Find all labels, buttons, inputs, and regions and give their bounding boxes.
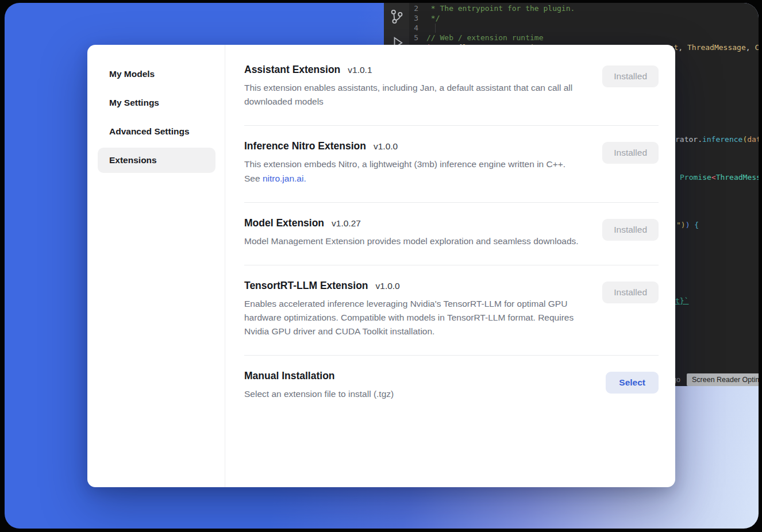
code-line: 5 // Web / extension runtime bbox=[384, 33, 759, 43]
installed-button: Installed bbox=[602, 142, 659, 164]
sidebar-item-label: Advanced Settings bbox=[109, 126, 190, 137]
indent-guide bbox=[435, 24, 436, 33]
sidebar-item-label: My Models bbox=[109, 69, 155, 79]
sidebar-item-my-settings[interactable]: My Settings bbox=[98, 90, 215, 115]
extension-row-model: Model Extension v1.0.27 Model Management… bbox=[244, 203, 659, 265]
screen-reader-optimize-tab[interactable]: Screen Reader Optimize bbox=[687, 373, 759, 386]
extension-row-inference-nitro: Inference Nitro Extension v1.0.0 This ex… bbox=[244, 126, 659, 202]
sidebar-item-extensions[interactable]: Extensions bbox=[98, 148, 215, 173]
code-line: 3 */ bbox=[384, 13, 759, 23]
installed-button: Installed bbox=[602, 282, 659, 303]
extension-name: Manual Installation bbox=[244, 370, 335, 382]
code-fragment: rator.inference(data)); bbox=[675, 134, 759, 144]
sidebar-item-label: My Settings bbox=[109, 98, 159, 108]
extension-version: v1.0.1 bbox=[348, 65, 372, 75]
extension-description: Model Management Extension provides mode… bbox=[244, 234, 579, 248]
app-window: 2 * The entrypoint for the plugin. 3 */ … bbox=[5, 3, 759, 529]
select-button[interactable]: Select bbox=[606, 372, 659, 394]
settings-sidebar: My Models My Settings Advanced Settings … bbox=[87, 45, 225, 487]
installed-button: Installed bbox=[602, 65, 659, 87]
extension-row-tensorrt-llm: TensortRT-LLM Extension v1.0.0 Enables a… bbox=[244, 265, 659, 356]
code-line: 2 * The entrypoint for the plugin. bbox=[384, 3, 759, 13]
nitro-jan-ai-link[interactable]: nitro.jan.ai. bbox=[263, 174, 306, 183]
line-number: 4 bbox=[384, 23, 426, 33]
extension-name: Model Extension bbox=[244, 217, 324, 229]
sidebar-item-my-models[interactable]: My Models bbox=[98, 61, 215, 87]
sidebar-item-advanced-settings[interactable]: Advanced Settings bbox=[98, 119, 215, 144]
extension-version: v1.0.27 bbox=[332, 218, 361, 229]
extensions-list: Assistant Extension v1.0.1 This extensio… bbox=[225, 45, 675, 487]
line-number: 2 bbox=[384, 3, 426, 13]
code-fragment: Promise<ThreadMessage> bbox=[680, 172, 759, 182]
extension-name: TensortRT-LLM Extension bbox=[244, 280, 368, 292]
extension-name: Inference Nitro Extension bbox=[244, 140, 366, 152]
extension-version: v1.0.0 bbox=[374, 141, 398, 152]
code-fragment: t}` bbox=[675, 296, 688, 306]
extension-description: Enables accelerated inference leveraging… bbox=[244, 297, 580, 339]
sidebar-item-label: Extensions bbox=[109, 155, 157, 165]
code-line: 4 bbox=[384, 23, 759, 33]
code-fragment: ")) { bbox=[676, 220, 699, 230]
extension-row-manual-installation: Manual Installation Select an extension … bbox=[244, 356, 659, 418]
extension-name: Assistant Extension bbox=[244, 64, 340, 76]
extension-row-assistant: Assistant Extension v1.0.1 This extensio… bbox=[244, 49, 659, 126]
extension-description: This extension embeds Nitro, a lightweig… bbox=[244, 157, 580, 185]
line-number: 3 bbox=[384, 13, 426, 23]
line-number: 5 bbox=[384, 33, 426, 43]
installed-button: Installed bbox=[602, 219, 659, 241]
extension-description: This extension enables assistants, inclu… bbox=[244, 81, 580, 109]
extension-version: v1.0.0 bbox=[376, 281, 400, 291]
extension-description: Select an extension file to install (.tg… bbox=[244, 387, 394, 401]
settings-card: My Models My Settings Advanced Settings … bbox=[87, 45, 675, 487]
